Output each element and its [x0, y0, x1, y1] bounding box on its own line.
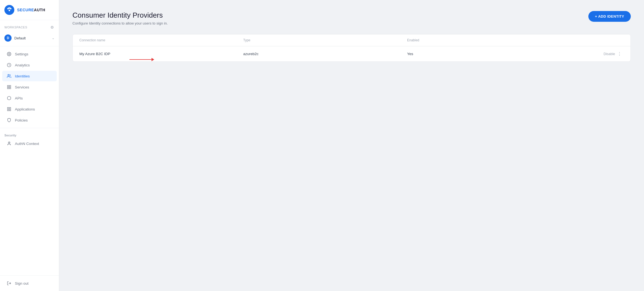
- sidebar-identities-label: Identities: [15, 74, 30, 78]
- table-header: Connection name Type Enabled: [73, 34, 631, 46]
- settings-icon: [7, 52, 12, 56]
- sidebar-item-authn-context[interactable]: AuthN Context: [2, 138, 57, 149]
- workspace-item[interactable]: D Default ⌄: [0, 32, 59, 44]
- col-header-type: Type: [243, 38, 407, 42]
- sidebar-item-applications[interactable]: Applications: [2, 104, 57, 114]
- workspaces-section: Workspaces ⚙: [0, 20, 59, 32]
- page-header: Consumer Identity Providers Configure Id…: [72, 11, 631, 25]
- workspace-avatar: D: [4, 34, 12, 42]
- sidebar-apis-label: APIs: [15, 96, 23, 100]
- logo-text: SECUREAUTH: [17, 8, 45, 12]
- sign-out-label: Sign out: [15, 281, 29, 285]
- sidebar-divider-2: [0, 128, 59, 128]
- sidebar-applications-label: Applications: [15, 107, 35, 111]
- workspaces-label: Workspaces: [4, 26, 27, 29]
- sign-out-icon: [7, 281, 12, 286]
- policies-icon: [7, 118, 12, 123]
- col-header-connection-name: Connection name: [79, 38, 243, 42]
- authn-context-icon: [7, 141, 12, 146]
- svg-rect-6: [9, 87, 11, 89]
- svg-rect-5: [9, 85, 11, 87]
- svg-point-0: [9, 10, 10, 11]
- sidebar-item-policies[interactable]: Policies: [2, 115, 57, 125]
- row-menu-button[interactable]: ⋮: [615, 51, 624, 57]
- analytics-icon: [7, 63, 12, 68]
- security-section-label: Security: [0, 130, 59, 138]
- secureauth-logo-svg: [6, 7, 12, 13]
- page-title: Consumer Identity Providers: [72, 11, 168, 20]
- col-header-actions: [571, 38, 615, 42]
- svg-rect-8: [7, 107, 9, 109]
- arrow-line: [129, 59, 151, 60]
- cell-enabled: Yes: [407, 52, 571, 56]
- svg-rect-10: [7, 109, 9, 111]
- svg-rect-9: [9, 107, 11, 109]
- svg-rect-11: [9, 109, 11, 111]
- page-title-section: Consumer Identity Providers Configure Id…: [72, 11, 168, 25]
- page-subtitle: Configure Identity connections to allow …: [72, 21, 168, 25]
- main-content: Consumer Identity Providers Configure Id…: [59, 0, 644, 291]
- services-icon: [7, 85, 12, 90]
- row-actions: Disable: [571, 52, 615, 56]
- sidebar-services-label: Services: [15, 85, 29, 89]
- cell-connection-name: My Azure B2C IDP: [79, 52, 243, 56]
- table-row: My Azure B2C IDP azureb2c Yes Disable ⋮: [73, 46, 631, 61]
- identities-icon: [7, 74, 12, 79]
- logo-icon: [4, 5, 14, 15]
- svg-point-1: [9, 53, 10, 55]
- workspace-settings-button[interactable]: ⚙: [50, 25, 55, 30]
- sidebar-bottom: Sign out: [0, 275, 59, 291]
- apis-icon: [7, 96, 12, 101]
- identity-providers-table: Connection name Type Enabled My Azure B2…: [72, 34, 631, 62]
- sidebar-analytics-label: Analytics: [15, 63, 30, 67]
- workspace-name: Default: [14, 36, 49, 40]
- sidebar: SECUREAUTH Workspaces ⚙ D Default ⌄ Sett…: [0, 0, 59, 291]
- sidebar-settings-label: Settings: [15, 52, 28, 56]
- svg-rect-4: [7, 85, 9, 87]
- col-header-dots: [615, 38, 624, 42]
- sidebar-policies-label: Policies: [15, 118, 28, 122]
- sidebar-item-settings[interactable]: Settings: [2, 49, 57, 59]
- disable-button[interactable]: Disable: [604, 52, 615, 56]
- sidebar-item-services[interactable]: Services: [2, 82, 57, 92]
- sidebar-item-apis[interactable]: APIs: [2, 93, 57, 103]
- sidebar-item-identities[interactable]: Identities: [2, 71, 57, 81]
- sidebar-item-analytics[interactable]: Analytics: [2, 60, 57, 70]
- col-header-enabled: Enabled: [407, 38, 571, 42]
- workspace-chevron-icon: ⌄: [52, 36, 55, 40]
- arrow-head: [151, 58, 154, 61]
- cell-type: azureb2c: [243, 52, 407, 56]
- applications-icon: [7, 107, 12, 112]
- add-identity-button[interactable]: + ADD IDENTITY: [588, 11, 631, 22]
- svg-point-3: [8, 74, 9, 76]
- sidebar-authn-context-label: AuthN Context: [15, 142, 39, 146]
- svg-rect-7: [7, 87, 9, 89]
- sidebar-item-sign-out[interactable]: Sign out: [2, 278, 57, 289]
- sidebar-divider-1: [0, 46, 59, 46]
- sidebar-logo: SECUREAUTH: [0, 0, 59, 20]
- arrow-annotation: [129, 58, 154, 61]
